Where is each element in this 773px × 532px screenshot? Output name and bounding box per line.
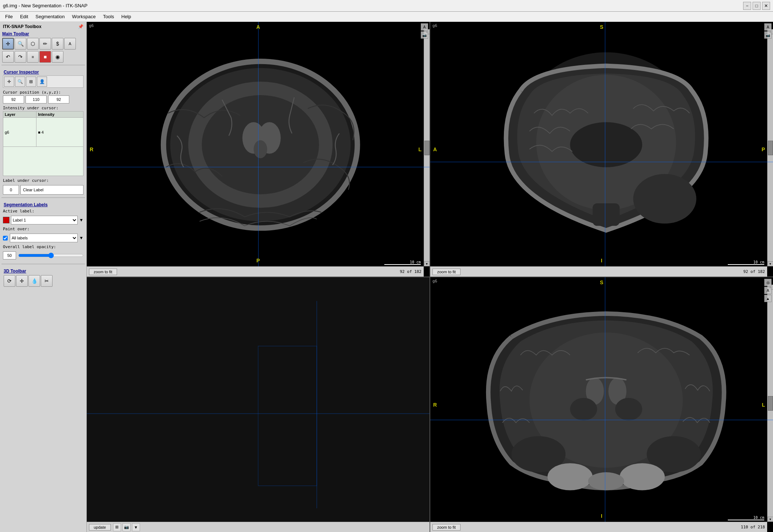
- axial-lock-icon[interactable]: A: [421, 23, 428, 31]
- panel-axial[interactable]: A P R L g6 10 cm A 📷 ▲: [87, 22, 430, 277]
- tool-snake[interactable]: $: [52, 38, 63, 50]
- axial-scale-line: [384, 264, 421, 265]
- toolbar-3d: 3D Toolbar ⟳ ✛ 💧 ✂: [1, 266, 85, 289]
- sagittal-scroll-down[interactable]: ▼: [768, 261, 773, 266]
- 3d-icon1[interactable]: ⊞: [113, 523, 121, 531]
- sagittal-scale-label: 10 cm: [753, 260, 764, 264]
- menu-tools[interactable]: Tools: [99, 13, 117, 20]
- active-label-color: [3, 217, 9, 223]
- menu-workspace[interactable]: Workspace: [69, 13, 100, 20]
- maximize-button[interactable]: □: [753, 2, 761, 10]
- sagittal-scrollbar[interactable]: ▲ ▼: [767, 29, 773, 266]
- menu-edit[interactable]: Edit: [16, 13, 32, 20]
- cursor-zoom-btn[interactable]: 🔍: [15, 77, 25, 87]
- tool-crosshair[interactable]: ✛: [2, 38, 14, 50]
- cursor-crosshair-btn[interactable]: ✛: [4, 77, 14, 87]
- tool-3d-crosshair[interactable]: ✛: [16, 275, 28, 287]
- panel-sagittal[interactable]: S I A P g6 10 cm A 📷 ▲ ▼: [430, 22, 773, 277]
- window-controls: − □ ✕: [743, 2, 770, 10]
- axial-zoom-btn[interactable]: zoom to fit: [89, 269, 117, 275]
- coronal-scrollbar[interactable]: ▲ ▼: [767, 285, 773, 522]
- menu-segmentation[interactable]: Segmentation: [32, 13, 68, 20]
- tool-3d-cut[interactable]: ✂: [41, 275, 53, 287]
- intensity-row: g6 ■ 4: [3, 118, 83, 147]
- opacity-slider[interactable]: [18, 253, 83, 258]
- 3d-bottom-toolbar: update ⊞ 📷 ▼: [87, 522, 430, 532]
- paint-over-checkbox[interactable]: [3, 236, 8, 240]
- tool-layers[interactable]: ≡: [27, 51, 39, 63]
- coronal-top-label: S: [600, 279, 603, 285]
- 3d-update-btn[interactable]: update: [89, 524, 111, 531]
- coronal-scroll-up-icon[interactable]: ▲: [764, 295, 772, 302]
- tool-seg-color[interactable]: ■: [39, 51, 51, 63]
- panel-coronal[interactable]: S I R L g6 10 cm ◎ A ▲ ▲: [430, 277, 773, 532]
- sagittal-panel-label: g6: [432, 23, 437, 28]
- toolbox-pin-icon[interactable]: 📌: [78, 24, 83, 29]
- cursor-inspector: Cursor Inspector ✛ 🔍 ⊞ 👤 Cursor position…: [1, 67, 85, 196]
- axial-scroll-thumb[interactable]: [424, 141, 430, 155]
- menu-file[interactable]: File: [1, 13, 16, 20]
- tool-3d-spray[interactable]: 💧: [28, 275, 40, 287]
- intensity-table: Layer Intensity g6 ■ 4: [3, 111, 83, 176]
- axial-scroll-down[interactable]: ▼: [424, 261, 430, 266]
- position-label: Cursor position (x,y,z):: [3, 89, 83, 95]
- main-toolbar-row1: ✛ 🔍 ⬡ ✏ $ A: [1, 37, 85, 50]
- coord-y[interactable]: [26, 95, 47, 103]
- coronal-scroll-down[interactable]: ▼: [768, 517, 773, 522]
- coronal-scroll-thumb[interactable]: [768, 396, 773, 411]
- axial-svg: [87, 22, 430, 277]
- coronal-panel-label: g6: [432, 279, 437, 283]
- coord-z[interactable]: [48, 95, 69, 103]
- axial-camera-icon[interactable]: 📷: [421, 31, 428, 39]
- opacity-value[interactable]: [3, 251, 16, 259]
- panel-3d[interactable]: update ⊞ 📷 ▼: [87, 277, 430, 532]
- paint-over-row: All labels ▼: [3, 234, 83, 242]
- coronal-zoom-btn[interactable]: zoom to fit: [432, 524, 461, 531]
- sagittal-lock-icon[interactable]: A: [764, 23, 772, 31]
- tool-3d-rotate[interactable]: ⟳: [4, 275, 15, 287]
- active-label-text: Active label:: [3, 208, 83, 214]
- main-layout: ITK-SNAP Toolbox 📌 Main Toolbar ✛ 🔍 ⬡ ✏ …: [0, 22, 773, 532]
- sagittal-camera-icon[interactable]: 📷: [764, 31, 772, 39]
- intensity-label: Intensity under cursor:: [3, 105, 83, 111]
- sagittal-bottom-label: I: [601, 258, 602, 263]
- cursor-extra-btn[interactable]: 👤: [37, 77, 47, 87]
- axial-scrollbar[interactable]: ▲ ▼: [424, 29, 430, 266]
- tool-redo[interactable]: ↷: [15, 51, 26, 63]
- tool-color-wheel[interactable]: ◉: [52, 51, 63, 63]
- cursor-grid-btn[interactable]: ⊞: [26, 77, 36, 87]
- tool-zoom[interactable]: 🔍: [15, 38, 26, 50]
- paint-over-dropdown-arrow: ▼: [79, 235, 83, 240]
- coronal-circle-icon[interactable]: ◎: [764, 279, 772, 286]
- svg-point-8: [254, 140, 267, 158]
- coronal-bottom-toolbar: zoom to fit 110 of 218: [430, 522, 767, 532]
- close-button[interactable]: ✕: [762, 2, 770, 10]
- sagittal-scroll-thumb[interactable]: [768, 141, 773, 155]
- active-label-select[interactable]: Label 1: [11, 216, 78, 224]
- svg-point-28: [619, 463, 665, 490]
- tool-polygon[interactable]: ⬡: [27, 38, 39, 50]
- tool-text[interactable]: A: [64, 38, 76, 50]
- label-id-input[interactable]: [3, 185, 19, 195]
- label-name-input[interactable]: [20, 185, 83, 195]
- 3d-icon2[interactable]: 📷: [123, 523, 131, 531]
- coord-row: [3, 95, 83, 103]
- paint-over-select[interactable]: All labels: [10, 234, 78, 242]
- 3d-icon3[interactable]: ▼: [132, 523, 140, 531]
- axial-bottom-toolbar: zoom to fit 92 of 182: [87, 266, 424, 277]
- paint-over-text: Paint over:: [3, 226, 83, 232]
- svg-point-23: [570, 398, 597, 420]
- tool-undo[interactable]: ↶: [2, 51, 14, 63]
- axial-scale-bar: 10 cm: [384, 260, 421, 265]
- toolbar-3d-row: ⟳ ✛ 💧 ✂: [3, 274, 83, 287]
- sagittal-top-label: S: [600, 24, 603, 30]
- tool-paint[interactable]: ✏: [39, 38, 51, 50]
- menu-help[interactable]: Help: [118, 13, 135, 20]
- coronal-lock-icon[interactable]: A: [764, 287, 772, 294]
- coord-x[interactable]: [3, 95, 24, 103]
- axial-view-controls: A 📷: [421, 23, 428, 39]
- main-toolbar-label: Main Toolbar: [1, 30, 85, 37]
- sagittal-svg: [430, 22, 773, 277]
- sagittal-zoom-btn[interactable]: zoom to fit: [432, 269, 461, 275]
- minimize-button[interactable]: −: [743, 2, 751, 10]
